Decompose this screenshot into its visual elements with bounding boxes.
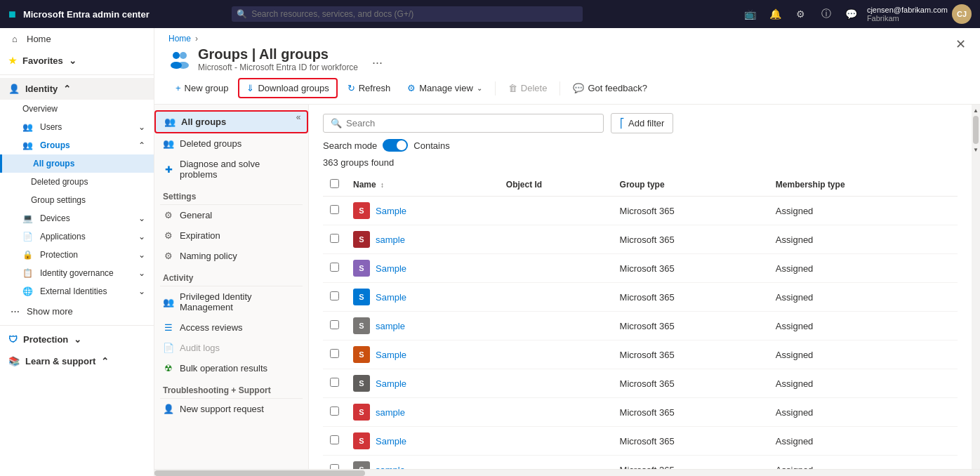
object-id-cell	[499, 254, 613, 283]
sidebar-item-applications[interactable]: 📄 Applications ⌄	[0, 227, 154, 246]
row-checkbox[interactable]	[330, 320, 339, 329]
panel-item-general[interactable]: ⚙ General	[154, 205, 308, 225]
group-name-link[interactable]: Sample	[376, 206, 406, 216]
sidebar-item-home[interactable]: ⌂ Home	[0, 28, 154, 50]
group-name-link[interactable]: Sample	[376, 378, 406, 389]
avatar[interactable]: CJ	[952, 4, 972, 24]
sidebar-item-deleted-groups[interactable]: Deleted groups	[0, 173, 154, 191]
table-row: SSampleMicrosoft 365Assigned	[323, 254, 958, 283]
sidebar-item-favorites[interactable]: ★ Favorites ⌄	[0, 50, 154, 72]
group-type-cell: Microsoft 365	[613, 254, 769, 283]
panel-item-naming-policy[interactable]: ⚙ Naming policy	[154, 246, 308, 266]
feedback-button[interactable]: 💬 Got feedback?	[566, 79, 654, 97]
topbar-user-info: cjensen@fabrikam.com Fabrikam	[867, 6, 948, 22]
col-group-type-header[interactable]: Group type	[613, 173, 769, 197]
scroll-thumb[interactable]	[973, 116, 979, 144]
group-name-link[interactable]: Sample	[376, 350, 406, 360]
row-checkbox[interactable]	[330, 291, 339, 300]
row-checkbox[interactable]	[330, 205, 339, 214]
sidebar-item-groups[interactable]: 👥 Groups ⌃	[0, 136, 154, 154]
panel-collapse-button[interactable]: «	[291, 110, 305, 124]
vertical-scrollbar[interactable]: ▲ ▼	[972, 105, 980, 469]
group-avatar: S	[353, 375, 370, 392]
group-name-link[interactable]: sample	[376, 321, 405, 331]
breadcrumb-home[interactable]: Home	[168, 34, 191, 44]
group-name-link[interactable]: Sample	[376, 263, 406, 274]
notifications-icon[interactable]: 🔔	[766, 4, 786, 24]
panel-item-new-support[interactable]: 👤 New support request	[154, 399, 308, 419]
sidebar-item-identity[interactable]: 👤 Identity ⌃	[0, 78, 154, 100]
row-checkbox[interactable]	[330, 378, 339, 387]
scroll-down-button[interactable]: ▼	[972, 145, 979, 154]
toolbar: + New group ⇓ Download groups ↻ Refresh …	[154, 72, 980, 105]
new-group-button[interactable]: + New group	[168, 79, 235, 97]
row-checkbox[interactable]	[330, 263, 339, 272]
table-row: SSampleMicrosoft 365Assigned	[323, 283, 958, 312]
topbar-user[interactable]: cjensen@fabrikam.com Fabrikam CJ	[867, 4, 972, 24]
page-more-button[interactable]: ...	[372, 53, 383, 66]
select-all-header[interactable]	[323, 173, 346, 197]
portal-settings-icon[interactable]: 📺	[741, 4, 760, 24]
membership-type-cell: Assigned	[769, 456, 958, 470]
sidebar-item-learn-support[interactable]: 📚 Learn & support ⌃	[0, 350, 154, 372]
panel-all-groups-label: All groups	[181, 117, 226, 127]
group-name-link[interactable]: Sample	[376, 292, 406, 303]
sidebar-item-devices[interactable]: 💻 Devices ⌄	[0, 209, 154, 227]
group-name-link[interactable]: sample	[376, 407, 405, 418]
manage-view-button[interactable]: ⚙ Manage view ⌄	[400, 79, 489, 97]
download-groups-button[interactable]: ⇓ Download groups	[238, 78, 337, 98]
close-button[interactable]: ✕	[955, 37, 966, 52]
table-row: SsampleMicrosoft 365Assigned	[323, 456, 958, 470]
delete-button[interactable]: 🗑 Delete	[501, 79, 555, 97]
panel-item-bulk-operations[interactable]: ☢ Bulk operation results	[154, 358, 308, 378]
sidebar-users-label: Users	[40, 122, 62, 132]
col-membership-type-header[interactable]: Membership type	[769, 173, 958, 197]
panel-item-deleted-groups[interactable]: 👥 Deleted groups	[154, 133, 308, 154]
col-object-id-header[interactable]: Object Id	[499, 173, 613, 197]
group-avatar: S	[353, 260, 370, 277]
sidebar-item-identity-governance[interactable]: 📋 Identity governance ⌄	[0, 264, 154, 282]
sidebar-protection-bottom-label: Protection	[23, 334, 68, 345]
refresh-button[interactable]: ↻ Refresh	[340, 79, 398, 97]
search-mode-toggle[interactable]	[383, 139, 408, 152]
panel-item-pim[interactable]: 👥 Privileged Identity Management	[154, 286, 308, 317]
sidebar-item-external-identities[interactable]: 🌐 External Identities ⌄	[0, 282, 154, 300]
panel-item-access-reviews[interactable]: ☰ Access reviews	[154, 317, 308, 338]
panel-item-diagnose[interactable]: ✚ Diagnose and solve problems	[154, 154, 308, 185]
horizontal-scrollbar[interactable]	[154, 469, 980, 476]
group-avatar: S	[353, 432, 370, 449]
panel-item-all-groups[interactable]: 👥 All groups	[154, 110, 308, 133]
h-scroll-thumb[interactable]	[154, 470, 365, 476]
search-input[interactable]	[346, 118, 596, 128]
group-name-link[interactable]: sample	[376, 234, 405, 245]
row-checkbox[interactable]	[330, 435, 339, 444]
help-icon[interactable]: ⓘ	[816, 4, 836, 24]
sidebar-item-protection-bottom[interactable]: 🛡 Protection ⌄	[0, 329, 154, 350]
group-name-link[interactable]: Sample	[376, 436, 406, 447]
settings-icon[interactable]: ⚙	[791, 4, 811, 24]
expiration-icon: ⚙	[163, 230, 174, 241]
topbar-logo: ■	[8, 7, 16, 22]
sidebar-item-users[interactable]: 👥 Users ⌄	[0, 118, 154, 136]
sidebar-item-group-settings[interactable]: Group settings	[0, 191, 154, 209]
learn-icon: 📚	[8, 356, 20, 366]
panel-item-expiration[interactable]: ⚙ Expiration	[154, 225, 308, 246]
sidebar-item-protection[interactable]: 🔒 Protection ⌄	[0, 246, 154, 264]
col-name-header[interactable]: Name ↕	[346, 173, 499, 197]
row-checkbox[interactable]	[330, 406, 339, 416]
select-all-checkbox[interactable]	[330, 179, 339, 188]
row-checkbox[interactable]	[330, 349, 339, 358]
add-filter-button[interactable]: ⎡ Add filter	[611, 113, 673, 133]
topbar-search-input[interactable]	[232, 6, 583, 22]
sidebar-item-all-groups[interactable]: All groups	[0, 154, 154, 173]
sidebar-item-overview[interactable]: Overview	[0, 100, 154, 118]
applications-icon: 📄	[22, 232, 33, 242]
panel-item-audit-logs[interactable]: 📄 Audit logs	[154, 338, 308, 358]
row-checkbox[interactable]	[330, 464, 339, 469]
panel-section-troubleshooting: Troubleshooting + Support	[154, 378, 308, 398]
row-checkbox[interactable]	[330, 234, 339, 243]
feedback-icon[interactable]: 💬	[842, 4, 861, 24]
group-avatar: S	[353, 404, 370, 421]
sidebar-item-show-more[interactable]: ⋯ Show more	[0, 300, 154, 322]
scroll-up-button[interactable]: ▲	[972, 106, 979, 114]
